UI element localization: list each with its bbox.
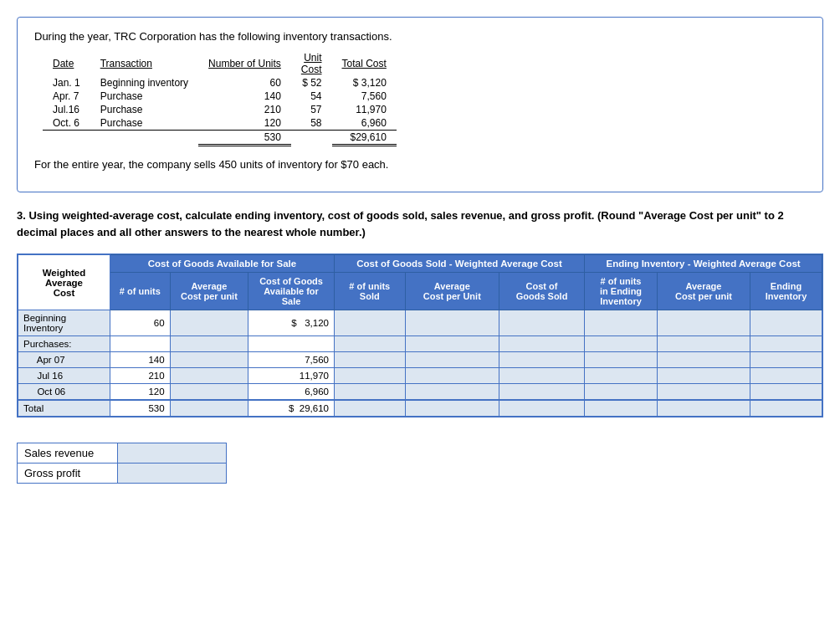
wa-table: Weighted AverageCost Cost of Goods Avail… bbox=[18, 254, 822, 417]
total-units-ending-input[interactable] bbox=[585, 400, 658, 417]
table-row: Jul.16 Purchase 210 57 11,970 bbox=[43, 103, 397, 116]
col-h-units: # of units bbox=[110, 273, 171, 310]
col-h-units-ending: # of unitsin EndingInventory bbox=[585, 273, 658, 310]
ending-inv-jul16-input[interactable] bbox=[750, 368, 822, 384]
units-ending-apr07-input[interactable] bbox=[585, 352, 658, 368]
units-sold-apr07-input[interactable] bbox=[334, 352, 405, 368]
wa-table-container: Weighted AverageCost Cost of Goods Avail… bbox=[17, 254, 823, 417]
units-ending-jul16-input[interactable] bbox=[585, 368, 658, 384]
col-h-avg-cost-sold: AverageCost per Unit bbox=[405, 273, 499, 310]
total-avg-cost-input[interactable] bbox=[170, 400, 248, 417]
col-h-units-sold: # of unitsSold bbox=[334, 273, 405, 310]
avg-cost-jul16-input[interactable] bbox=[170, 368, 248, 384]
cost-sold-jul16-input[interactable] bbox=[499, 368, 584, 384]
ending-inv-oct06-input[interactable] bbox=[750, 384, 822, 401]
sales-revenue-input[interactable] bbox=[118, 443, 227, 464]
avg-cost-sold-jul16-input[interactable] bbox=[405, 368, 499, 384]
avg-cost-sold-beginning-input[interactable] bbox=[405, 310, 499, 336]
col-h-avg-cost-ending: AverageCost per unit bbox=[657, 273, 750, 310]
total-ending-inv-input[interactable] bbox=[750, 400, 822, 417]
sales-revenue-label: Sales revenue bbox=[18, 443, 118, 464]
total-avg-cost-ending-input[interactable] bbox=[657, 400, 750, 417]
question-number: 3. Using weighted-average cost, calculat… bbox=[17, 209, 784, 238]
col-unit-cost: UnitCost bbox=[291, 51, 332, 76]
avg-cost-apr07-input[interactable] bbox=[170, 352, 248, 368]
intro-text: During the year, TRC Corporation has the… bbox=[34, 30, 806, 43]
total-row: 530 $29,610 bbox=[43, 131, 397, 146]
question-bold: (Round "Average Cost per unit" to 2 deci… bbox=[17, 209, 784, 238]
avg-cost-ending-oct06-input[interactable] bbox=[657, 384, 750, 401]
col-transaction: Transaction bbox=[90, 51, 198, 76]
inventory-table: Date Transaction Number of Units UnitCos… bbox=[43, 51, 397, 146]
total-cost-sold-input[interactable] bbox=[499, 400, 584, 417]
col-h-avg-cost: AverageCost per unit bbox=[170, 273, 248, 310]
col-h-cost-sold: Cost ofGoods Sold bbox=[499, 273, 584, 310]
cost-sold-apr07-input[interactable] bbox=[499, 352, 584, 368]
units-sold-jul16-input[interactable] bbox=[334, 368, 405, 384]
section3-header: Ending Inventory - Weighted Average Cost bbox=[585, 255, 822, 273]
cost-beginning: $ 3,120 bbox=[248, 310, 335, 336]
avg-cost-oct06-input[interactable] bbox=[170, 384, 248, 401]
avg-cost-beginning-input[interactable] bbox=[170, 310, 248, 336]
sells-text: For the entire year, the company sells 4… bbox=[34, 158, 806, 171]
header-row-1: Weighted AverageCost Cost of Goods Avail… bbox=[18, 255, 822, 273]
col-h-ending-inv: EndingInventory bbox=[750, 273, 822, 310]
avg-cost-ending-beginning-input[interactable] bbox=[657, 310, 750, 336]
units-apr07: 140 bbox=[110, 352, 171, 368]
ending-inv-beginning-input[interactable] bbox=[750, 310, 822, 336]
cost-sold-beginning-input[interactable] bbox=[499, 310, 584, 336]
label-jul16: Jul 16 bbox=[18, 368, 110, 384]
info-box: During the year, TRC Corporation has the… bbox=[17, 17, 823, 192]
cost-sold-oct06-input[interactable] bbox=[499, 384, 584, 401]
cost-jul16: 11,970 bbox=[248, 368, 335, 384]
label-purchases: Purchases: bbox=[18, 336, 110, 352]
row-oct06: Oct 06 120 6,960 bbox=[18, 384, 822, 401]
total-units-sold-input[interactable] bbox=[334, 400, 405, 417]
units-sold-beginning-input[interactable] bbox=[334, 310, 405, 336]
row-jul16: Jul 16 210 11,970 bbox=[18, 368, 822, 384]
avg-cost-sold-oct06-input[interactable] bbox=[405, 384, 499, 401]
header-row-2: # of units AverageCost per unit Cost of … bbox=[18, 273, 822, 310]
units-oct06: 120 bbox=[110, 384, 171, 401]
label-total: Total bbox=[18, 400, 110, 417]
gross-profit-input[interactable] bbox=[118, 464, 227, 484]
label-apr07: Apr 07 bbox=[18, 352, 110, 368]
total-units: 530 bbox=[110, 400, 171, 417]
gross-profit-label: Gross profit bbox=[18, 464, 118, 484]
total-avg-cost-sold-input[interactable] bbox=[405, 400, 499, 417]
sales-revenue-row: Sales revenue bbox=[18, 443, 227, 464]
row-apr07: Apr 07 140 7,560 bbox=[18, 352, 822, 368]
table-row: Apr. 7 Purchase 140 54 7,560 bbox=[43, 90, 397, 103]
units-ending-oct06-input[interactable] bbox=[585, 384, 658, 401]
table-row: Jan. 1 Beginning inventory 60 $ 52 $ 3,1… bbox=[43, 76, 397, 90]
units-ending-beginning-input[interactable] bbox=[585, 310, 658, 336]
cost-apr07: 7,560 bbox=[248, 352, 335, 368]
units-beginning: 60 bbox=[110, 310, 171, 336]
col-date: Date bbox=[43, 51, 90, 76]
gross-profit-row: Gross profit bbox=[18, 464, 227, 484]
units-jul16: 210 bbox=[110, 368, 171, 384]
section2-header: Cost of Goods Sold - Weighted Average Co… bbox=[334, 255, 584, 273]
col-total-cost: Total Cost bbox=[332, 51, 397, 76]
units-sold-oct06-input[interactable] bbox=[334, 384, 405, 401]
total-cost: $ 29,610 bbox=[248, 400, 335, 417]
row-total: Total 530 $ 29,610 bbox=[18, 400, 822, 417]
wa-label-header: Weighted AverageCost bbox=[18, 255, 110, 310]
row-beginning-inventory: Beginning Inventory 60 $ 3,120 bbox=[18, 310, 822, 336]
avg-cost-sold-apr07-input[interactable] bbox=[405, 352, 499, 368]
label-beginning: Beginning Inventory bbox=[18, 310, 110, 336]
section1-header: Cost of Goods Available for Sale bbox=[110, 255, 335, 273]
question-text: 3. Using weighted-average cost, calculat… bbox=[17, 207, 823, 240]
cost-oct06: 6,960 bbox=[248, 384, 335, 401]
avg-cost-ending-jul16-input[interactable] bbox=[657, 368, 750, 384]
label-oct06: Oct 06 bbox=[18, 384, 110, 401]
ending-inv-apr07-input[interactable] bbox=[750, 352, 822, 368]
sales-gross-table: Sales revenue Gross profit bbox=[17, 443, 227, 484]
col-units: Number of Units bbox=[198, 51, 291, 76]
avg-cost-ending-apr07-input[interactable] bbox=[657, 352, 750, 368]
table-row: Oct. 6 Purchase 120 58 6,960 bbox=[43, 116, 397, 131]
col-h-cogs-avail: Cost of GoodsAvailable forSale bbox=[248, 273, 335, 310]
row-purchases-label: Purchases: bbox=[18, 336, 822, 352]
